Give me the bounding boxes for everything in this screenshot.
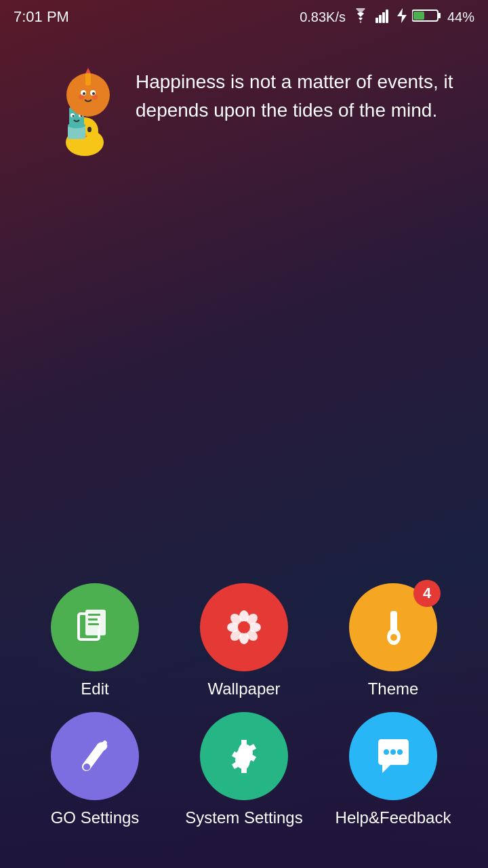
app-item-wallpaper[interactable]: Wallpaper [183,583,305,698]
svg-point-49 [384,749,389,755]
svg-rect-2 [382,12,385,23]
svg-rect-6 [438,13,441,18]
status-bar: 7:01 PM 0.83K/s [0,0,488,34]
svg-rect-3 [386,9,388,23]
wallpaper-icon-bg [200,583,288,671]
svg-point-47 [83,764,90,770]
app-item-gosettings[interactable]: GO Settings [34,712,156,827]
edit-icon-wrap[interactable] [51,583,139,671]
svg-rect-0 [375,18,378,23]
svg-rect-33 [88,623,99,625]
svg-point-25 [83,92,85,95]
mascot-image [34,61,122,149]
theme-icon-wrap[interactable]: 4 [349,583,437,671]
status-right: 0.83K/s [300,8,474,26]
svg-point-46 [390,634,397,641]
helpfeedback-icon-bg [349,712,437,800]
svg-point-15 [68,123,85,128]
wallpaper-icon-wrap[interactable] [200,583,288,671]
syssettings-icon-bg [200,712,288,800]
charging-icon [397,8,407,26]
theme-label: Theme [368,679,419,698]
svg-rect-1 [379,15,382,23]
svg-point-27 [79,94,84,100]
app-item-syssettings[interactable]: System Settings [183,712,305,827]
gosettings-icon-bg [51,712,139,800]
battery-icon [412,8,442,26]
svg-rect-44 [390,611,397,631]
app-row-1: Edit [20,583,468,698]
svg-point-28 [92,94,98,100]
app-item-theme[interactable]: 4 Theme [332,583,454,698]
app-row-2: GO Settings System Settings [20,712,468,827]
battery-percent: 44% [447,9,474,25]
bottom-section: Edit [0,583,488,868]
helpfeedback-label: Help&Feedback [336,808,451,827]
svg-rect-31 [88,614,100,616]
edit-icon-bg [51,583,139,671]
syssettings-icon-wrap[interactable] [200,712,288,800]
quote-area: Happiness is not a matter of events, it … [0,34,488,163]
network-speed: 0.83K/s [300,9,346,25]
svg-point-50 [390,749,396,755]
app-item-helpfeedback[interactable]: Help&Feedback [332,712,454,827]
edit-label: Edit [81,679,108,698]
wifi-icon [351,8,370,26]
gosettings-label: GO Settings [51,808,140,827]
svg-marker-22 [85,68,91,73]
helpfeedback-icon-wrap[interactable] [349,712,437,800]
svg-rect-21 [85,73,91,85]
svg-rect-7 [413,12,424,20]
app-item-edit[interactable]: Edit [34,583,156,698]
time: 7:01 PM [14,8,69,26]
svg-marker-4 [397,8,407,23]
svg-rect-30 [85,610,106,635]
svg-point-51 [397,749,403,755]
theme-badge: 4 [413,580,441,607]
syssettings-label: System Settings [185,808,302,827]
svg-point-43 [238,621,250,633]
quote-text: Happiness is not a matter of events, it … [136,61,468,125]
gosettings-icon-wrap[interactable] [51,712,139,800]
svg-point-11 [87,127,92,132]
svg-point-18 [73,115,75,117]
signal-icon [375,8,392,26]
wallpaper-label: Wallpaper [207,679,280,698]
svg-rect-32 [88,618,98,620]
